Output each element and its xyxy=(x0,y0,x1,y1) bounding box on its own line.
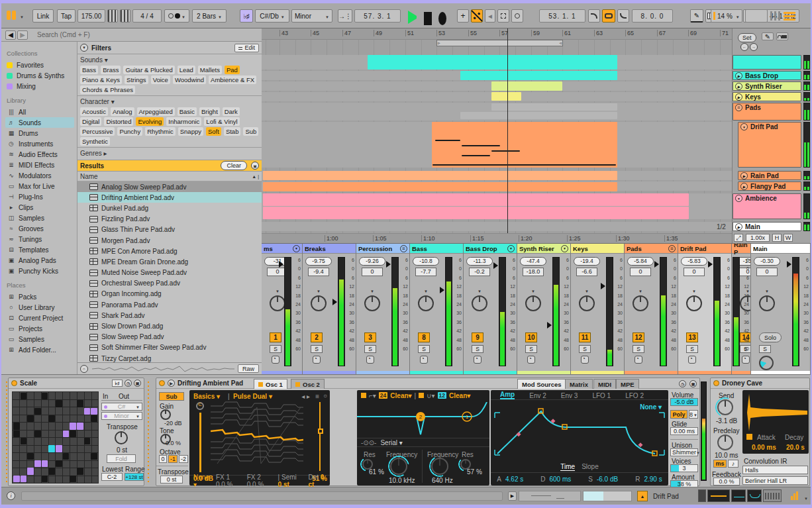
fx2-value[interactable]: FX 2 0.0 % xyxy=(247,474,272,488)
scale-grid-cell[interactable] xyxy=(13,423,20,429)
volume-field[interactable]: 0 xyxy=(684,268,705,276)
sidebar-item[interactable]: ▣Punchy Kicks xyxy=(5,266,74,276)
volume-field[interactable]: -6.6 xyxy=(576,268,597,276)
scale-grid-cell[interactable] xyxy=(42,393,48,399)
mixer-channel[interactable]: Main -0.30 0 Solo S 6 0 6 12 18 24 30 36… xyxy=(751,244,811,374)
back-icon[interactable]: ◀ xyxy=(5,30,16,40)
scale-grid-cell[interactable] xyxy=(48,415,55,422)
volume-field[interactable]: 0 xyxy=(630,268,651,276)
volume-field[interactable]: 0 xyxy=(362,268,383,276)
filter-tag[interactable]: Strings xyxy=(125,76,148,84)
send-value[interactable]: -3.1 dB xyxy=(716,417,737,425)
list-item[interactable]: Muted Noise Sweep Pad.adv xyxy=(77,268,262,278)
solo-button[interactable]: S xyxy=(418,345,430,353)
subtab-lfo2[interactable]: LFO 2 xyxy=(625,392,644,399)
sidebar-item[interactable]: ▣Analog Pads xyxy=(5,255,74,266)
track-fold-icon[interactable] xyxy=(735,223,742,230)
scale-grid-cell[interactable] xyxy=(56,460,62,467)
freq2-value[interactable]: 640 Hz xyxy=(432,477,453,484)
sidebar-item[interactable]: ○User Library xyxy=(5,302,74,313)
track-activator[interactable]: 13 xyxy=(686,332,698,342)
zoom-level[interactable]: 1.00x xyxy=(746,234,770,242)
collapse-filters-icon[interactable]: ▼ xyxy=(80,44,88,52)
list-item[interactable]: Slow Drown Pad.adg xyxy=(77,321,262,331)
filter-tag[interactable]: Synthetic xyxy=(80,137,110,146)
track-activator[interactable]: 1 xyxy=(270,332,281,342)
pan-knob[interactable] xyxy=(633,295,648,311)
monitor-icon[interactable] xyxy=(272,356,279,364)
clip[interactable] xyxy=(460,71,617,80)
edit-filters-button[interactable]: Edit xyxy=(234,44,259,52)
capture-midi-button[interactable] xyxy=(497,9,509,23)
scale-device[interactable]: Scale ♭♯ ◷ ▣ In Out C# Minor Transpose 0… xyxy=(8,378,144,486)
tab-mod-sources[interactable]: Mod Sources xyxy=(517,379,566,389)
mixer-channel[interactable]: ms -31 0 1 S 6 0 6 12 18 24 30 36 42 48 … xyxy=(262,244,303,374)
sidebar-item[interactable]: Drums & Synths xyxy=(5,70,74,81)
new-button[interactable]: + xyxy=(457,9,469,23)
fader-handle[interactable] xyxy=(708,261,713,268)
sidebar-item[interactable]: ≈Grooves xyxy=(5,223,74,234)
fader-handle[interactable] xyxy=(493,262,498,269)
sidebar-item[interactable]: ▭Projects xyxy=(5,323,74,334)
volume-field[interactable]: -0.2 xyxy=(469,268,490,276)
poly-count-menu[interactable]: 8 xyxy=(689,410,698,419)
link-button[interactable]: Link xyxy=(32,9,54,23)
solo-button[interactable]: S xyxy=(579,345,591,353)
scale-grid-cell[interactable] xyxy=(84,438,91,444)
clip[interactable] xyxy=(462,155,490,156)
filter1-on[interactable] xyxy=(361,393,366,398)
play-button[interactable] xyxy=(408,11,417,24)
track-fold-icon[interactable] xyxy=(740,123,748,130)
list-item[interactable]: Analog Slow Sweep Pad.adv xyxy=(77,181,262,192)
sidebar-item[interactable]: ▭Samples xyxy=(5,334,74,344)
device-on-button[interactable] xyxy=(11,380,17,386)
send-knob[interactable] xyxy=(717,399,733,415)
peak-level[interactable]: -19.4 xyxy=(574,257,600,266)
filter-tag[interactable]: Acoustic xyxy=(80,107,108,116)
list-item[interactable]: Orchestral Sweep Pad.adv xyxy=(77,278,262,289)
clip[interactable] xyxy=(460,112,617,119)
track-header[interactable]: Rain Pad xyxy=(738,171,801,180)
volume-field[interactable]: -18.0 xyxy=(523,268,544,276)
save-filter-icon[interactable]: ▣ xyxy=(251,162,259,170)
sidebar-item[interactable]: ▸Clips xyxy=(5,202,74,213)
osc-gain-slider[interactable] xyxy=(199,413,201,472)
mixer-channel[interactable]: Bass Drop -11.3 -0.2 9 S 6 0 6 12 18 24 … xyxy=(464,244,517,374)
preview-waveform[interactable] xyxy=(92,365,234,373)
clip[interactable] xyxy=(491,81,562,91)
notch-icon[interactable]: ∪▾ xyxy=(427,392,434,399)
filter2-model-menu[interactable]: Clean▾ xyxy=(449,392,470,399)
circle-icon[interactable]: ○ xyxy=(323,392,327,399)
voices-field[interactable]: 3 xyxy=(670,464,698,472)
scale-grid-cell[interactable] xyxy=(70,476,76,482)
mixer-channel[interactable]: Keys -19.4 -6.6 11 S 6 0 6 12 18 24 30 3… xyxy=(571,244,625,374)
fader-handle[interactable] xyxy=(386,261,391,268)
clip[interactable] xyxy=(368,55,617,70)
device-thumbnail[interactable] xyxy=(763,489,782,502)
peak-level[interactable]: -11.3 xyxy=(466,257,493,266)
list-item[interactable]: Soft Shimmer Filter Sweep Pad.adv xyxy=(77,342,262,353)
track-fold-icon[interactable] xyxy=(740,183,748,190)
loop-button[interactable] xyxy=(602,9,615,23)
key-scale-menu[interactable]: Minor xyxy=(291,9,332,23)
monitor-icon[interactable] xyxy=(527,356,535,364)
scale-grid-cell[interactable] xyxy=(34,460,41,467)
pan-knob[interactable] xyxy=(579,295,595,311)
res2-value[interactable]: 57 % xyxy=(467,468,482,476)
track-fold-icon[interactable] xyxy=(735,104,742,111)
wavetable-menu[interactable]: Pulse Dual ▾ xyxy=(233,393,272,400)
scale-grid-cell[interactable] xyxy=(56,445,62,452)
slope-toggle[interactable]: Slope xyxy=(582,463,599,471)
ir-category-menu[interactable]: Halls xyxy=(742,466,808,474)
arrangement-view[interactable]: 434547495153555759616365676971 ▹◃ 1:001:… xyxy=(262,28,732,243)
track-activator[interactable]: 8 xyxy=(418,332,430,342)
glide-field[interactable]: 0.00 ms xyxy=(670,427,698,435)
scale-grid-cell[interactable] xyxy=(77,423,83,429)
scale-grid-cell[interactable] xyxy=(27,453,34,460)
track-header[interactable] xyxy=(733,55,801,70)
feedback-field[interactable]: 0.0 % xyxy=(713,478,740,485)
lowest-field[interactable]: C-2 xyxy=(101,473,123,481)
fx1-value[interactable]: FX 1 0.0 % xyxy=(216,474,240,488)
list-item[interactable]: Morgen Pad.adv xyxy=(77,235,262,246)
tab-midi[interactable]: MIDI xyxy=(593,379,616,389)
